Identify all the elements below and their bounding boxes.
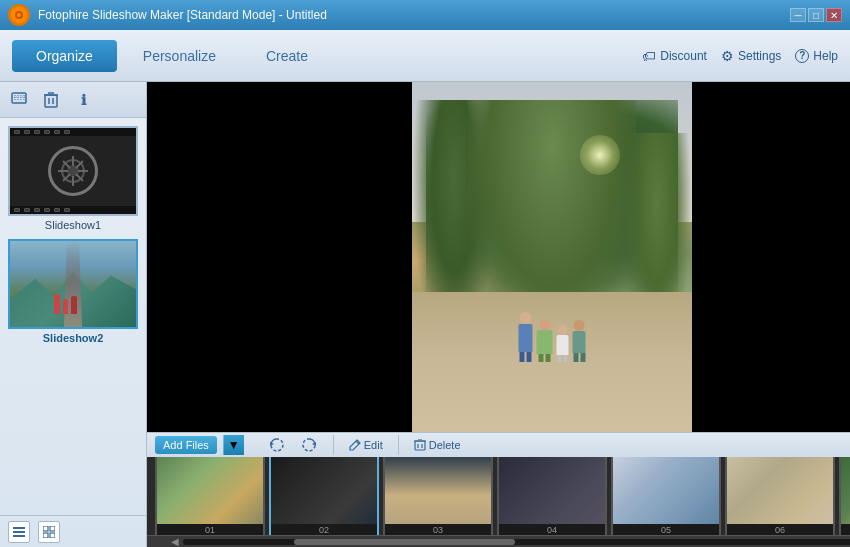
filmstrip-thumb-5 — [613, 457, 719, 535]
filmstrip-num-3: 03 — [385, 524, 491, 535]
svg-rect-26 — [50, 526, 55, 531]
edit-button[interactable]: Edit — [343, 436, 389, 454]
delete-label: Delete — [429, 439, 461, 451]
svg-rect-25 — [43, 526, 48, 531]
sidebar: ℹ — [0, 82, 147, 547]
filmstrip-num-1: 01 — [157, 524, 263, 535]
svg-line-21 — [63, 174, 70, 181]
add-files-dropdown[interactable]: ▼ — [223, 435, 244, 455]
scroll-track[interactable] — [183, 539, 850, 545]
svg-line-18 — [63, 161, 70, 168]
slideshow-list: Slideshow1 — [0, 118, 146, 515]
nav-actions: 🏷 Discount ⚙ Settings ? Help — [642, 48, 838, 64]
slideshow-thumb-1 — [8, 126, 138, 216]
filmstrip-cell-3[interactable]: 03 — [383, 457, 493, 535]
close-button[interactable]: ✕ — [826, 8, 842, 22]
rotate-right-button[interactable] — [296, 434, 324, 456]
svg-rect-23 — [13, 531, 25, 533]
filmstrip-num-2: 02 — [271, 524, 377, 535]
filmstrip-thumb-7 — [841, 457, 850, 535]
window-controls: ─ □ ✕ — [790, 8, 842, 22]
preview-sun-flare — [580, 135, 620, 175]
add-files-label: Add Files — [163, 439, 209, 451]
edit-icon — [349, 439, 361, 451]
rotate-right-icon — [302, 437, 318, 453]
add-slideshow-button[interactable] — [8, 89, 30, 111]
list-view-button[interactable] — [8, 521, 30, 543]
filmstrip-thumb-4 — [499, 457, 605, 535]
svg-rect-28 — [50, 533, 55, 538]
minimize-button[interactable]: ─ — [790, 8, 806, 22]
separator — [333, 435, 334, 455]
info-button[interactable]: ℹ — [72, 89, 94, 111]
filmstrip-cell-1[interactable]: 01 — [155, 457, 265, 535]
scroll-thumb[interactable] — [294, 539, 515, 545]
delete-icon — [414, 439, 426, 451]
filmstrip-thumb-2 — [271, 457, 377, 535]
svg-rect-32 — [415, 441, 425, 450]
filmstrip-thumb-1 — [157, 457, 263, 535]
svg-point-2 — [17, 13, 21, 17]
settings-icon: ⚙ — [721, 48, 734, 64]
settings-button[interactable]: ⚙ Settings — [721, 48, 781, 64]
filmstrip-num-7: 07 — [841, 524, 850, 535]
scroll-left-button[interactable]: ◀ — [167, 536, 183, 547]
help-icon: ? — [795, 49, 809, 63]
delete-slideshow-button[interactable] — [40, 89, 62, 111]
nav-tabs: Organize Personalize Create — [12, 40, 642, 72]
svg-rect-22 — [13, 527, 25, 529]
preview-black-right — [692, 82, 850, 432]
slideshow-label-1: Slideshow1 — [45, 219, 101, 231]
filmstrip-num-5: 05 — [613, 524, 719, 535]
filmstrip-thumb-3 — [385, 457, 491, 535]
filmstrip: 01 02 03 04 05 — [147, 457, 850, 535]
separator-2 — [398, 435, 399, 455]
filmstrip-cell-6[interactable]: 06 — [725, 457, 835, 535]
preview-canvas — [147, 82, 850, 432]
filmstrip-cell-7[interactable]: 07 — [839, 457, 850, 535]
help-label: Help — [813, 49, 838, 63]
preview-area: Add Files ▼ — [147, 82, 850, 547]
svg-line-19 — [76, 174, 83, 181]
filmstrip-cell-5[interactable]: 05 — [611, 457, 721, 535]
main-content: ℹ — [0, 82, 850, 547]
titlebar: Fotophire Slideshow Maker [Standard Mode… — [0, 0, 850, 30]
discount-icon: 🏷 — [642, 48, 656, 64]
delete-button[interactable]: Delete — [408, 436, 467, 454]
grid-view-button[interactable] — [38, 521, 60, 543]
tab-create[interactable]: Create — [242, 40, 332, 72]
filmstrip-thumb-6 — [727, 457, 833, 535]
filmstrip-num-4: 04 — [499, 524, 605, 535]
tab-personalize[interactable]: Personalize — [119, 40, 240, 72]
help-button[interactable]: ? Help — [795, 49, 838, 63]
preview-image — [412, 82, 692, 432]
filmstrip-toolbar: Add Files ▼ — [147, 432, 850, 457]
maximize-button[interactable]: □ — [808, 8, 824, 22]
discount-label: Discount — [660, 49, 707, 63]
filmstrip-num-6: 06 — [727, 524, 833, 535]
preview-black-left — [147, 82, 412, 432]
filmstrip-cell-2[interactable]: 02 — [269, 457, 379, 535]
svg-rect-24 — [13, 535, 25, 537]
slideshow-item-2[interactable]: Slideshow2 — [8, 239, 138, 344]
rotate-left-icon — [268, 437, 284, 453]
tab-organize[interactable]: Organize — [12, 40, 117, 72]
sidebar-bottom — [0, 515, 146, 547]
settings-label: Settings — [738, 49, 781, 63]
svg-line-20 — [76, 161, 83, 168]
slideshow-thumb-2 — [8, 239, 138, 329]
svg-rect-27 — [43, 533, 48, 538]
window-title: Fotophire Slideshow Maker [Standard Mode… — [38, 8, 790, 22]
svg-rect-9 — [45, 95, 57, 107]
add-files-button[interactable]: Add Files — [155, 436, 217, 454]
rotate-left-button[interactable] — [262, 434, 290, 456]
slideshow-item-1[interactable]: Slideshow1 — [8, 126, 138, 231]
app-logo — [8, 4, 30, 26]
discount-button[interactable]: 🏷 Discount — [642, 48, 707, 64]
sidebar-toolbar: ℹ — [0, 82, 146, 118]
edit-label: Edit — [364, 439, 383, 451]
navbar: Organize Personalize Create 🏷 Discount ⚙… — [0, 30, 850, 82]
filmstrip-scrollbar: ◀ ▶ — [147, 535, 850, 547]
filmstrip-cell-4[interactable]: 04 — [497, 457, 607, 535]
slideshow-label-2: Slideshow2 — [43, 332, 104, 344]
